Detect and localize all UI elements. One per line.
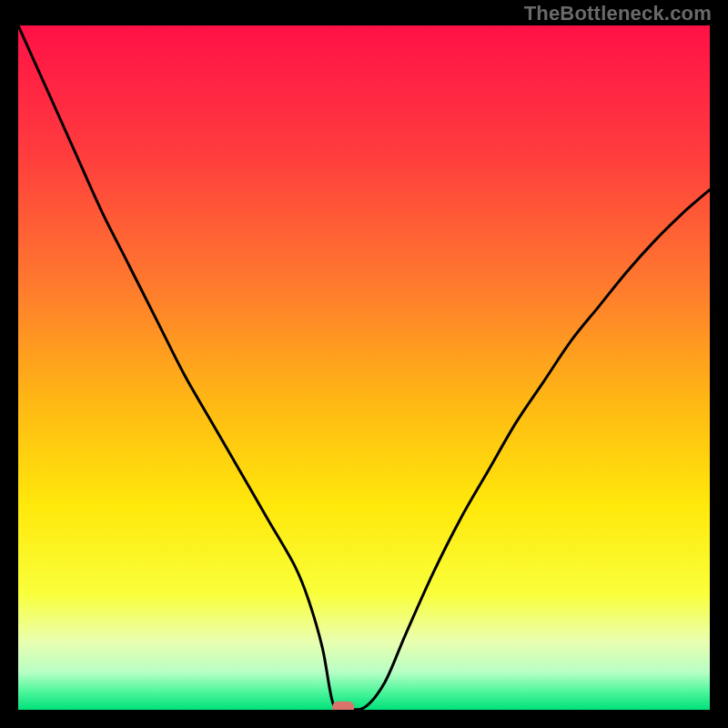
gradient-background	[18, 25, 710, 710]
plot-area	[18, 25, 710, 710]
watermark-text: TheBottleneck.com	[524, 2, 712, 25]
chart-container: TheBottleneck.com	[0, 0, 728, 728]
minimum-marker	[332, 702, 354, 710]
bottleneck-chart	[18, 25, 710, 710]
